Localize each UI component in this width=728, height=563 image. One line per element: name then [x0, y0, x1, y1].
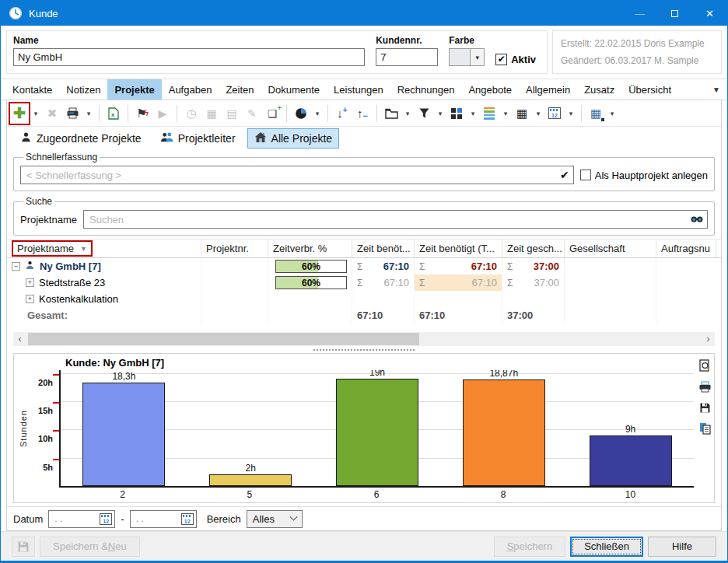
- column-header-zeitverbr-[interactable]: Zeitverbr. %: [268, 240, 352, 257]
- date-from-field[interactable]: . . 12: [48, 510, 115, 528]
- hauptprojekt-checkbox[interactable]: [580, 170, 591, 180]
- calendar-icon[interactable]: 12: [181, 513, 194, 525]
- column-header-zeit-gesch-[interactable]: Zeit gesch...: [502, 240, 565, 257]
- tab-zeiten[interactable]: Zeiten: [219, 79, 261, 100]
- group-caret[interactable]: ▾: [467, 103, 478, 124]
- name-field[interactable]: [13, 48, 365, 66]
- print-preview-icon[interactable]: [698, 358, 712, 372]
- folder-button[interactable]: [382, 103, 401, 124]
- delete-button[interactable]: ✖: [43, 103, 61, 124]
- farbe-dropdown[interactable]: ▾: [471, 48, 485, 66]
- column-header-gesellschaft[interactable]: Gesellschaft: [565, 240, 656, 257]
- save-chart-icon[interactable]: [698, 400, 712, 414]
- save-icon-button[interactable]: [12, 537, 35, 557]
- sum-grid-button[interactable]: ▦: [513, 103, 531, 124]
- splitter-handle[interactable]: [7, 346, 721, 353]
- confirm-check-icon[interactable]: ✔: [560, 169, 569, 181]
- note-time-button[interactable]: ▤: [222, 103, 241, 124]
- tree-expander[interactable]: −: [12, 262, 20, 271]
- filter-caret[interactable]: ▾: [435, 103, 446, 124]
- project-search-input[interactable]: [83, 210, 708, 229]
- chevron-down-icon: [289, 512, 297, 520]
- calendar-12-button[interactable]: 12: [545, 103, 564, 124]
- view-zugeordnete-projekte[interactable]: Zugeordnete Projekte: [13, 128, 149, 149]
- window-add-button[interactable]: ❏+: [263, 103, 282, 124]
- table-row[interactable]: Gesamt:67:1067:1037:00: [7, 307, 721, 323]
- print-caret[interactable]: ▾: [83, 103, 94, 124]
- column-header-projektnr-[interactable]: Projektnr.: [201, 240, 268, 257]
- help-button[interactable]: Hilfe: [648, 537, 716, 557]
- pie-chart-button[interactable]: [292, 103, 310, 124]
- people-icon: [160, 131, 173, 145]
- copy-chart-icon[interactable]: [698, 421, 712, 435]
- close-button[interactable]: Schließen: [570, 537, 643, 557]
- time-add-button[interactable]: ◷: [182, 103, 201, 124]
- calendar-week-button[interactable]: ▦: [202, 103, 221, 124]
- new-project-caret[interactable]: ▾: [30, 103, 41, 124]
- start-flag-button[interactable]: ⚑ϟ: [133, 103, 152, 124]
- tab-notizen[interactable]: Notizen: [59, 79, 107, 100]
- folder-caret[interactable]: ▾: [402, 103, 413, 124]
- created-text: Erstellt: 22.02.2015 Doris Example: [561, 38, 713, 49]
- tab-dokumente[interactable]: Dokumente: [261, 79, 327, 100]
- excel-export-button[interactable]: x: [104, 103, 123, 124]
- filter-button[interactable]: [415, 103, 433, 124]
- tree-expander[interactable]: +: [26, 295, 34, 303]
- maximize-button[interactable]: [657, 1, 692, 26]
- column-header-projektname[interactable]: Projektname▼: [7, 240, 201, 257]
- tab-rechnungen[interactable]: Rechnungen: [390, 79, 462, 100]
- date-to-field[interactable]: . . 12: [130, 510, 197, 528]
- sort-remove-button[interactable]: ↑−: [353, 103, 372, 124]
- kundennr-field[interactable]: [376, 48, 438, 66]
- minimize-button[interactable]: —: [622, 1, 657, 26]
- scrollbar-thumb[interactable]: [28, 333, 419, 345]
- sum-grid-caret[interactable]: ▾: [533, 103, 544, 124]
- column-header-auftragsnu[interactable]: Auftragsnu: [656, 240, 716, 257]
- view-alle-projekte[interactable]: Alle Projekte: [247, 128, 340, 149]
- new-project-button[interactable]: ✚: [10, 103, 29, 124]
- table-row[interactable]: +Stedtstraße 2360%Σ67:10Σ67:10Σ37:00: [7, 275, 721, 291]
- close-window-button[interactable]: ✕: [692, 1, 727, 26]
- x-tick-label: 5: [247, 489, 252, 500]
- sort-add-button[interactable]: ↓+: [333, 103, 352, 124]
- tree-expander[interactable]: +: [26, 278, 34, 287]
- print-button[interactable]: [63, 103, 82, 124]
- pie-chart-caret[interactable]: ▾: [312, 103, 323, 124]
- tab-übersicht[interactable]: Übersicht: [621, 79, 678, 100]
- save-button[interactable]: Speichern: [494, 537, 566, 557]
- table-row[interactable]: −Ny GmbH [7]60%Σ67:10Σ67:10Σ37:00: [7, 258, 721, 275]
- table-row[interactable]: +Kostenkalkulation: [7, 291, 721, 307]
- tab-leistungen[interactable]: Leistungen: [327, 79, 390, 100]
- print-chart-icon[interactable]: [698, 379, 712, 393]
- projektname-search-label: Projektname: [20, 214, 77, 226]
- y-tick-label: 10h: [38, 434, 53, 443]
- format-lines-caret[interactable]: ▾: [500, 103, 511, 124]
- tab-projekte[interactable]: Projekte: [107, 79, 161, 100]
- tab-zusatz[interactable]: Zusatz: [577, 79, 621, 100]
- tab-angebote[interactable]: Angebote: [461, 79, 519, 100]
- column-header-zeit-benöt-[interactable]: Zeit benöt...: [352, 240, 415, 257]
- group-button[interactable]: [447, 103, 466, 124]
- quick-entry-input[interactable]: [20, 166, 574, 184]
- bar-value-label: 18,87h: [440, 370, 567, 379]
- tab-kontakte[interactable]: Kontakte: [5, 79, 59, 100]
- scroll-left-arrow[interactable]: ‹: [13, 334, 26, 344]
- binoculars-icon[interactable]: [691, 213, 703, 226]
- farbe-swatch[interactable]: [449, 48, 471, 66]
- aktiv-checkbox[interactable]: ✔: [495, 54, 507, 65]
- calendar-icon[interactable]: 12: [100, 513, 112, 525]
- scroll-right-arrow[interactable]: ›: [702, 334, 715, 344]
- tab-allgemein[interactable]: Allgemein: [519, 79, 577, 100]
- table-save-caret[interactable]: ▾: [607, 103, 618, 124]
- column-header-zeit-benötigt-t-[interactable]: Zeit benötigt (T...: [415, 240, 502, 257]
- tab-aufgaben[interactable]: Aufgaben: [162, 79, 219, 100]
- tab-overflow-button[interactable]: ▼: [705, 79, 727, 100]
- save-and-new-button[interactable]: Speichern & Neu: [40, 537, 140, 557]
- calendar-12-caret[interactable]: ▾: [565, 103, 576, 124]
- format-lines-button[interactable]: [480, 103, 499, 124]
- view-projektleiter[interactable]: Projektleiter: [153, 128, 243, 149]
- bereich-select[interactable]: Alles: [247, 510, 303, 528]
- table-save-button[interactable]: ▦: [586, 103, 605, 124]
- play-button[interactable]: ▶: [153, 103, 172, 124]
- link-add-button[interactable]: ✎: [243, 103, 261, 124]
